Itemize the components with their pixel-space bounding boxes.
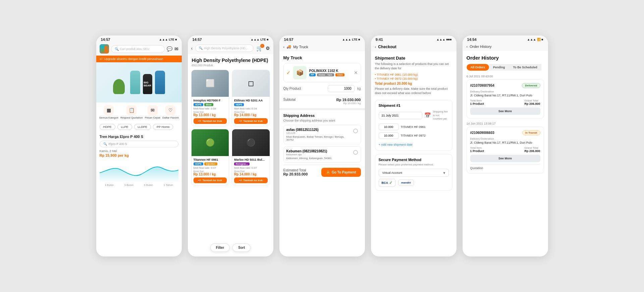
sort-button[interactable]: Sort [232, 243, 251, 252]
estimated-label: Estimated Total [283, 168, 308, 172]
chat-icon[interactable]: 💬 [167, 46, 172, 52]
shortcut-pesan[interactable]: ✉ Pesan Cepat [145, 105, 160, 119]
product-price-4: Rp 14.000 / kg [234, 172, 268, 176]
total-kg: Total product 20.000 kg [375, 82, 452, 85]
add-truck-btn-3[interactable]: 🚚 Tambah ke truk [194, 177, 227, 183]
shortcut-quotation[interactable]: 📋 Request Quotation [120, 105, 143, 119]
back-btn-5[interactable]: ‹ [467, 45, 468, 49]
svg-rect-1 [105, 46, 107, 49]
shortcut-kategori[interactable]: ▦ Semua Kategori [99, 105, 118, 119]
trend-search-box[interactable]: 🔍 Elpro P 400 S [100, 141, 178, 147]
email-icon[interactable]: ✉ [174, 46, 178, 52]
ptag-injection-3: Injection [204, 162, 217, 165]
status-icons-3: ▲▲▲ LTE ■ [342, 38, 360, 41]
back-button-2[interactable]: ‹ [191, 46, 193, 51]
hero-plant [113, 79, 125, 94]
tag-llpe[interactable]: LLPE [117, 124, 132, 130]
subtotal-main: Rp 19.030.000 [336, 98, 361, 102]
bca-text: BCA [382, 181, 388, 185]
order-id-row-2: #210609006603 In Transit [470, 130, 540, 135]
tag-ppHomo[interactable]: PP Homo [153, 124, 173, 130]
time-1: 14:57 [101, 38, 110, 42]
mandiri-logo[interactable]: mandiri [398, 179, 414, 186]
product-card-2: ◻ Etilinas HD 5201 AA HDPE Melt flow rat… [232, 70, 270, 126]
product-name-4: Marlex HD 5011 Bul... [234, 158, 268, 161]
qty-input-1[interactable] [379, 124, 399, 130]
time-2: 14:57 [193, 38, 202, 42]
qty-input[interactable] [328, 85, 355, 92]
order-dest-2: Jl. Cideng Barat No.17, RT.11/RW.1, Duri… [470, 141, 540, 144]
addr-info-1: asfas (08512511125) 121125 Musi Banyuasi… [286, 128, 351, 141]
settings-icon[interactable]: ⚙ [266, 46, 270, 51]
tag-lldpe[interactable]: LLDPE [134, 124, 151, 130]
product-card-4: ⚫ Marlex HD 5011 Bul... Rotograv... Melt… [232, 129, 270, 186]
status-bar-4: 9:41 ▲▲▲ ■■■ [371, 35, 457, 42]
addr-name-2: Kebumen (082108210821) [286, 149, 351, 153]
payment-select[interactable]: Virtual Account [379, 169, 449, 177]
add-truck-btn-2[interactable]: 🚚 Tambah ke truk [234, 118, 268, 124]
filter-button[interactable]: Filter [210, 243, 230, 252]
check-icon: ✓ [286, 70, 290, 75]
favorit-label: Daftar Favorit [162, 116, 178, 119]
shortcut-favorit[interactable]: ♡ Daftar Favorit [162, 105, 178, 119]
order-dest-1: Jl. Cideng Barat No.17, RT.11/RW.1, Duri… [470, 94, 540, 97]
calendar-icon[interactable]: 📅 [424, 112, 431, 119]
back-btn-3[interactable]: ‹ [283, 45, 285, 49]
grand-total-group-1: Grand Total Rp 206.800 [524, 99, 540, 105]
qty-row: Qty Product kg [283, 85, 361, 92]
chart-label-1y[interactable]: 1 Tahun [164, 184, 173, 187]
home-search[interactable]: 🔍 Cari produk atau SKU [111, 45, 165, 53]
add-date-link[interactable]: + Add new shipment date [379, 143, 413, 146]
upgrade-banner[interactable]: 🏷 Upgrade akunmu dengan kredit perusahaa… [96, 56, 182, 62]
tab-all-orders[interactable]: All Orders [467, 64, 489, 71]
estimated-group: Estimated Total Rp 20.933.000 [283, 168, 308, 176]
mandiri-text: mandiri [401, 181, 411, 184]
svg-rect-3 [105, 49, 107, 52]
chart-label-6m[interactable]: 6 Bulan [144, 184, 153, 187]
see-more-btn-2[interactable]: See More [470, 155, 540, 162]
product-search[interactable]: 🔍 High Density Polyethylene (HD... [195, 45, 253, 52]
remove-truck-item[interactable]: ✕ [354, 70, 358, 75]
status-icons-2: ▲▲▲ LTE ■ [251, 38, 269, 41]
bca-logo[interactable]: BCA ✓ [379, 179, 396, 187]
tag-hdpe[interactable]: HDPE [100, 124, 115, 130]
date-row: 📅 Shipping fee is not counted yet [379, 110, 449, 121]
price-trend: Tren Harga Elpro P 400 S 🔍 Elpro P 400 S… [96, 132, 182, 189]
hero-bottles: BIGBEAR [113, 71, 165, 94]
product-info-2: Etilinas HD 5201 AA HDPE Melt flow rate:… [232, 97, 270, 126]
radio-addr-2[interactable] [353, 150, 358, 155]
add-truck-btn-1[interactable]: 🚚 Tambah ke truk [194, 118, 227, 124]
chart-label-1m[interactable]: 1 Bulan [105, 184, 114, 187]
lock-icon: 🔒 [326, 170, 330, 174]
status-icons-4: ▲▲▲ ■■■ [436, 38, 452, 41]
address-option-1[interactable]: asfas (08512511125) 121125 Musi Banyuasi… [283, 125, 361, 144]
kategori-label: Semua Kategori [99, 116, 118, 119]
date-input[interactable] [379, 112, 422, 119]
order-tabs: All Orders Pending To Be Scheduled [467, 64, 544, 71]
back-btn-4[interactable]: ‹ [375, 45, 376, 49]
mulai-dari-3: Mulai Dari [194, 170, 227, 172]
go-payment-button[interactable]: 🔒 Go To Payment [321, 168, 361, 177]
add-truck-btn-4[interactable]: 🚚 Tambah ke truk [234, 177, 268, 183]
radio-addr-1[interactable] [353, 129, 358, 133]
address-option-2[interactable]: Kebumen (082108210821) kebumen aja Kebum… [283, 146, 361, 163]
product-tags-3: HDPE Injection [194, 162, 227, 165]
see-more-btn-1[interactable]: See More [470, 107, 540, 115]
tab-scheduled[interactable]: To Be Scheduled [509, 64, 541, 71]
payment-select-wrapper: Virtual Account ▼ [379, 169, 449, 177]
truck-details: POLIMAXX 1102 K PP Home - Yarn TAVA [309, 69, 351, 76]
search-text-2: High Density Polyethylene (HD... [204, 47, 248, 50]
truck-section-title: My Truck [283, 55, 361, 60]
tab-pending[interactable]: Pending [489, 64, 509, 71]
subtotal-row: Subtotal Rp 19.030.000 Rp 13.030 / kg [283, 95, 361, 105]
chart-label-3m[interactable]: 3 Bulan [124, 184, 133, 187]
shipping-fee-note: Shipping fee is not counted yet [433, 110, 449, 121]
order-card-2: #210609006603 In Transit Delivery Destin… [467, 127, 544, 173]
qty-input-2[interactable] [379, 132, 399, 139]
order-dest-label-1: Delivery Destination [470, 90, 540, 93]
product-info-1: Innoplus HD7000 F HDPE Blow Melt flow ra… [192, 97, 229, 126]
product-info-3: Titannex HF 0961 HDPE Injection Melt flo… [192, 156, 229, 185]
truck-icon-4: 🚚 [239, 179, 242, 182]
shipment-date-title: Shipment Date [375, 56, 452, 61]
subtotal-values: Rp 19.030.000 Rp 13.030 / kg [336, 98, 361, 105]
